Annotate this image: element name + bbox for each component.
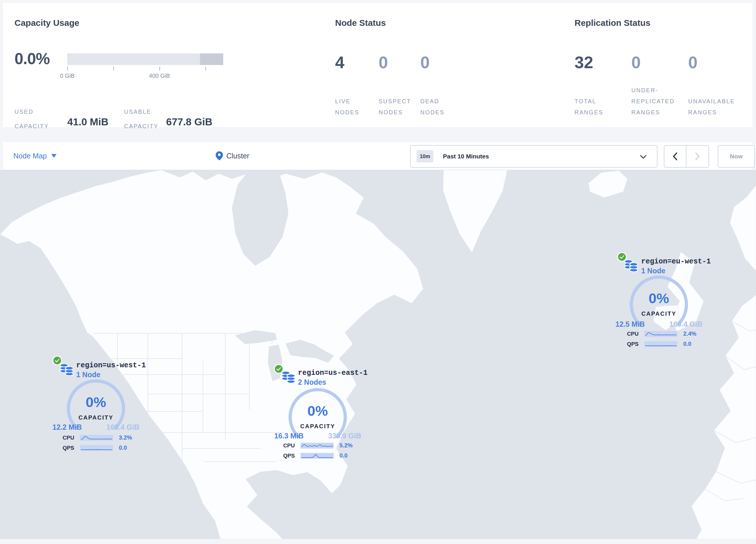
database-nodes-icon bbox=[59, 363, 75, 377]
qps-value: 0.0 bbox=[119, 445, 140, 451]
svg-text:CAPACITY: CAPACITY bbox=[79, 414, 114, 421]
svg-text:0%: 0% bbox=[86, 394, 106, 410]
region-name: region=us-west-1 bbox=[76, 362, 146, 370]
qps-sparkline bbox=[301, 453, 334, 459]
region-metrics: CPU 2.4% QPS 0.0 bbox=[621, 331, 705, 347]
qps-label: QPS bbox=[57, 445, 74, 451]
region-name: region=eu-west-1 bbox=[641, 257, 711, 266]
usable-capacity: 169.4 GiB bbox=[106, 423, 139, 431]
svg-text:CAPACITY: CAPACITY bbox=[300, 423, 335, 429]
cockroachdb-node-map-page: { "header": { "capacity_usage": { "title… bbox=[0, 0, 756, 544]
cpu-label: CPU bbox=[57, 435, 74, 441]
usable-capacity: 169.4 GiB bbox=[669, 320, 702, 329]
qps-label: QPS bbox=[621, 341, 639, 347]
qps-label: QPS bbox=[277, 453, 295, 459]
svg-text:0%: 0% bbox=[649, 291, 669, 306]
region-node-count[interactable]: 1 Node bbox=[641, 267, 665, 275]
svg-text:CAPACITY: CAPACITY bbox=[641, 311, 677, 317]
svg-text:0%: 0% bbox=[308, 403, 328, 419]
region-markers-layer: region=us-west-1 1 Node 0% CAPACITY 12.2… bbox=[0, 0, 756, 544]
region-metrics: CPU 5.2% QPS 0.0 bbox=[277, 442, 361, 459]
database-nodes-icon bbox=[624, 259, 639, 273]
cpu-label: CPU bbox=[277, 443, 295, 449]
cpu-value: 2.4% bbox=[683, 331, 705, 337]
region-name: region=us-east-1 bbox=[298, 369, 368, 377]
region-node-count[interactable]: 1 Node bbox=[76, 371, 100, 379]
region-node-count[interactable]: 2 Nodes bbox=[298, 378, 326, 387]
capacity-values: 12.2 MiB 169.4 GiB bbox=[52, 423, 139, 431]
cpu-sparkline bbox=[644, 331, 677, 337]
qps-value: 0.0 bbox=[683, 341, 705, 347]
used-capacity: 12.5 MiB bbox=[615, 320, 645, 329]
qps-sparkline bbox=[80, 445, 113, 451]
cpu-sparkline bbox=[301, 443, 334, 449]
qps-sparkline bbox=[644, 341, 677, 347]
capacity-values: 16.3 MiB 338.9 GiB bbox=[274, 432, 361, 440]
qps-value: 0.0 bbox=[339, 452, 361, 459]
cpu-value: 3.2% bbox=[119, 434, 140, 441]
cpu-label: CPU bbox=[621, 331, 639, 337]
used-capacity: 12.2 MiB bbox=[52, 423, 82, 431]
cpu-value: 5.2% bbox=[339, 442, 361, 449]
capacity-values: 12.5 MiB 169.4 GiB bbox=[615, 320, 702, 329]
database-nodes-icon bbox=[281, 370, 297, 384]
region-metrics: CPU 3.2% QPS 0.0 bbox=[57, 434, 140, 451]
used-capacity: 16.3 MiB bbox=[274, 432, 304, 440]
cpu-sparkline bbox=[80, 435, 113, 441]
usable-capacity: 338.9 GiB bbox=[328, 432, 361, 440]
